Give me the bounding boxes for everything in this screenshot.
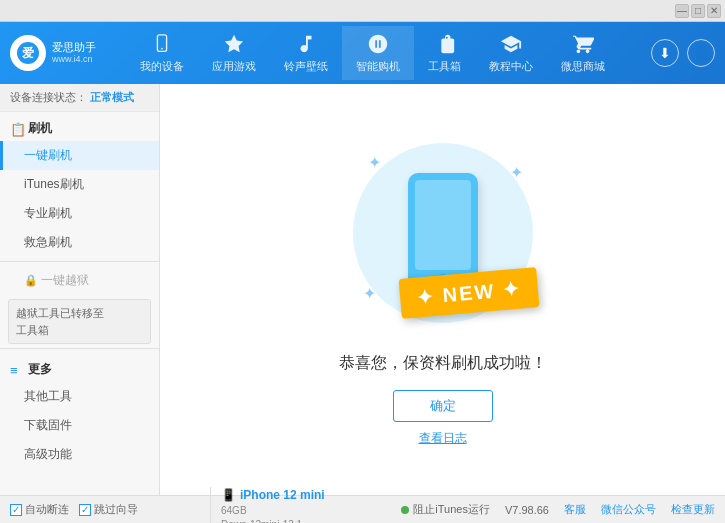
minimize-button[interactable]: — <box>675 4 689 18</box>
nav-my-device[interactable]: 我的设备 <box>126 26 198 80</box>
device-phone-icon: 📱 <box>221 487 236 504</box>
sidebar-item-one-key-flash[interactable]: 一键刷机 <box>0 141 159 170</box>
nav-smart-shop-label: 智能购机 <box>356 59 400 74</box>
sidebar-item-other-tools[interactable]: 其他工具 <box>0 382 159 411</box>
logo-icon: 爱 <box>17 42 39 64</box>
close-button[interactable]: ✕ <box>707 4 721 18</box>
phone-illustration: ✦ ✦ ✦ ✦ NEW ✦ <box>343 133 543 333</box>
itunes-status-label: 阻止iTunes运行 <box>413 502 490 517</box>
sparkle-2: ✦ <box>510 163 523 182</box>
sidebar-item-save-flash[interactable]: 救急刷机 <box>0 228 159 257</box>
nav-ringtones-label: 铃声壁纸 <box>284 59 328 74</box>
sidebar: 设备连接状态： 正常模式 📋 刷机 一键刷机 iTunes刷机 专业刷机 救急刷… <box>0 84 160 495</box>
bottom-left: ✓ 自动断连 ✓ 跳过向导 <box>10 502 210 517</box>
flash-section-label: 刷机 <box>28 120 52 137</box>
sidebar-jailbreak-disabled: 🔒 一键越狱 <box>0 266 159 295</box>
shop-icon <box>366 32 390 56</box>
skip-wizard-label: 跳过向导 <box>94 502 138 517</box>
sparkle-3: ✦ <box>363 284 376 303</box>
phone-screen <box>415 180 471 270</box>
more-section-title: ≡ 更多 <box>0 353 159 382</box>
sidebar-item-pro-flash[interactable]: 专业刷机 <box>0 199 159 228</box>
ringtones-icon <box>294 32 318 56</box>
wechat-public-link[interactable]: 微信公众号 <box>601 502 656 517</box>
skip-wizard-box[interactable]: ✓ <box>79 504 91 516</box>
store-icon <box>571 32 595 56</box>
nav-my-device-label: 我的设备 <box>140 59 184 74</box>
divider-1 <box>0 261 159 262</box>
device-status: 设备连接状态： 正常模式 <box>0 84 159 112</box>
nav-tutorials[interactable]: 教程中心 <box>475 26 547 80</box>
content-area: ✦ ✦ ✦ ✦ NEW ✦ 恭喜您，保资料刷机成功啦！ 确定 查看日志 <box>160 84 725 495</box>
toolbox-icon <box>433 32 457 56</box>
version-label: V7.98.66 <box>505 504 549 516</box>
skip-wizard-check: ✓ <box>81 504 89 515</box>
customer-service-link[interactable]: 客服 <box>564 502 586 517</box>
bottom-device: 📱 iPhone 12 mini 64GB Down-12mini-13,1 <box>210 487 325 523</box>
divider-2 <box>0 348 159 349</box>
sidebar-item-advanced[interactable]: 高级功能 <box>0 440 159 469</box>
svg-point-1 <box>161 48 163 50</box>
header-right: ⬇ 👤 <box>635 39 715 67</box>
bottom-right: 阻止iTunes运行 V7.98.66 客服 微信公众号 检查更新 <box>401 502 715 517</box>
nav-wei-store-label: 微思商城 <box>561 59 605 74</box>
logo-name: 爱思助手 <box>52 40 96 54</box>
success-message: 恭喜您，保资料刷机成功啦！ <box>339 353 547 374</box>
device-firmware: Down-12mini-13,1 <box>221 518 302 523</box>
sidebar-jailbreak-info: 越狱工具已转移至工具箱 <box>8 299 151 344</box>
device-name: iPhone 12 mini <box>240 487 325 504</box>
logo-text: 爱思助手 www.i4.cn <box>52 40 96 66</box>
maximize-button[interactable]: □ <box>691 4 705 18</box>
auto-logout-checkbox[interactable]: ✓ 自动断连 <box>10 502 69 517</box>
history-link[interactable]: 查看日志 <box>419 430 467 447</box>
main-layout: 设备连接状态： 正常模式 📋 刷机 一键刷机 iTunes刷机 专业刷机 救急刷… <box>0 84 725 495</box>
device-storage: 64GB <box>221 504 247 518</box>
auto-logout-check: ✓ <box>12 504 20 515</box>
flash-section-title: 📋 刷机 <box>0 112 159 141</box>
nav-wei-store[interactable]: 微思商城 <box>547 26 619 80</box>
logo-circle: 爱 <box>10 35 46 71</box>
header: 爱 爱思助手 www.i4.cn 我的设备 应用游戏 <box>0 22 725 84</box>
nav-smart-shop[interactable]: 智能购机 <box>342 26 414 80</box>
nav-tutorials-label: 教程中心 <box>489 59 533 74</box>
nav-ringtones[interactable]: 铃声壁纸 <box>270 26 342 80</box>
sidebar-item-download-firmware[interactable]: 下载固件 <box>0 411 159 440</box>
bottom-bar: ✓ 自动断连 ✓ 跳过向导 📱 iPhone 12 mini 64GB Down… <box>0 495 725 523</box>
logo-url: www.i4.cn <box>52 54 96 66</box>
nav-toolbox[interactable]: 工具箱 <box>414 26 475 80</box>
auto-logout-label: 自动断连 <box>25 502 69 517</box>
user-button[interactable]: 👤 <box>687 39 715 67</box>
nav-apps-label: 应用游戏 <box>212 59 256 74</box>
skip-wizard-checkbox[interactable]: ✓ 跳过向导 <box>79 502 138 517</box>
auto-logout-box[interactable]: ✓ <box>10 504 22 516</box>
status-label: 设备连接状态： <box>10 91 87 103</box>
sparkle-1: ✦ <box>368 153 381 172</box>
title-bar: — □ ✕ <box>0 0 725 22</box>
flash-section-icon: 📋 <box>10 122 24 136</box>
itunes-indicator <box>401 506 409 514</box>
more-section-icon: ≡ <box>10 363 24 377</box>
apps-icon <box>222 32 246 56</box>
logo-area: 爱 爱思助手 www.i4.cn <box>10 35 110 71</box>
tutorials-icon <box>499 32 523 56</box>
more-section-label: 更多 <box>28 361 52 378</box>
check-update-link[interactable]: 检查更新 <box>671 502 715 517</box>
status-value: 正常模式 <box>90 91 134 103</box>
itunes-status: 阻止iTunes运行 <box>401 502 490 517</box>
nav-toolbox-label: 工具箱 <box>428 59 461 74</box>
nav-apps-games[interactable]: 应用游戏 <box>198 26 270 80</box>
nav-items: 我的设备 应用游戏 铃声壁纸 智能购机 <box>110 26 635 80</box>
device-icon <box>150 32 174 56</box>
sidebar-item-itunes-flash[interactable]: iTunes刷机 <box>0 170 159 199</box>
confirm-button[interactable]: 确定 <box>393 390 493 422</box>
download-button[interactable]: ⬇ <box>651 39 679 67</box>
